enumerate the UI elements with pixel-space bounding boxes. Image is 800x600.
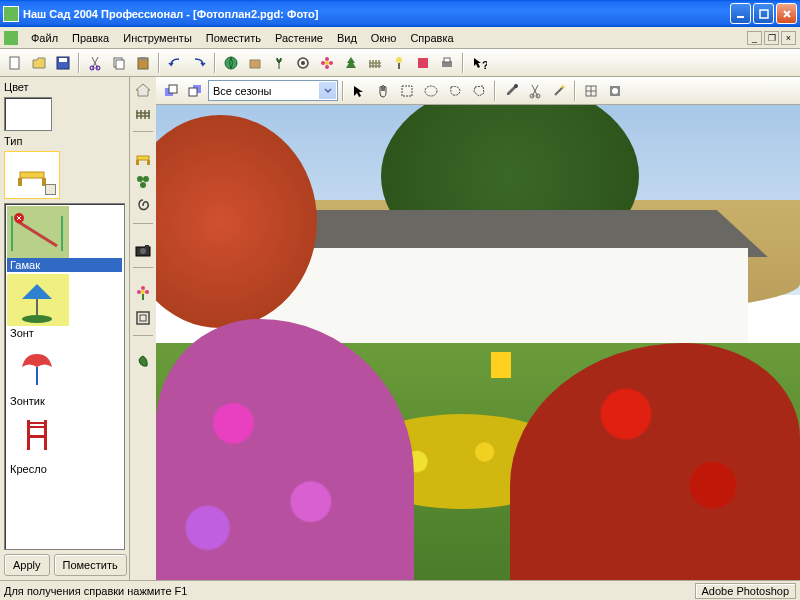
maximize-button[interactable] [753, 3, 774, 24]
camera-tool-icon[interactable] [132, 239, 154, 261]
scissors-button[interactable] [524, 80, 546, 102]
print-button[interactable] [436, 52, 458, 74]
leaf-tool-icon[interactable] [132, 351, 154, 373]
catalog-item[interactable]: Зонтик [7, 342, 122, 408]
bench-tool-icon[interactable] [132, 147, 154, 169]
lasso-button[interactable] [444, 80, 466, 102]
svg-point-54 [137, 290, 141, 294]
catalog-item[interactable]: Кресло [7, 410, 122, 476]
open-button[interactable] [28, 52, 50, 74]
menu-view[interactable]: Вид [330, 30, 364, 46]
svg-rect-55 [142, 294, 144, 300]
catalog-item-label: Кресло [7, 462, 122, 476]
app-icon [3, 6, 19, 22]
grid-button[interactable] [580, 80, 602, 102]
fence-tool-icon[interactable] [132, 103, 154, 125]
minimize-button[interactable] [730, 3, 751, 24]
mdi-minimize-button[interactable]: _ [747, 31, 762, 45]
mask-button[interactable] [604, 80, 626, 102]
lamp-button[interactable] [388, 52, 410, 74]
catalog-list[interactable]: Гамак Зонт Зонтик Кресло [4, 203, 125, 550]
cut-button[interactable] [84, 52, 106, 74]
menu-help[interactable]: Справка [403, 30, 460, 46]
place-button[interactable]: Поместить [54, 554, 127, 576]
svg-rect-10 [140, 57, 146, 60]
svg-rect-57 [140, 315, 146, 321]
ellipse-select-button[interactable] [420, 80, 442, 102]
status-bar: Для получения справки нажмите F1 Adobe P… [0, 580, 800, 600]
left-panel: Цвет Тип Гамак Зонт Зонтик Кресло [0, 77, 130, 580]
mdi-restore-button[interactable]: ❐ [764, 31, 779, 45]
place-tool-button[interactable] [244, 52, 266, 74]
spiral-tool-icon[interactable] [132, 195, 154, 217]
catalog-item-label: Зонт [7, 326, 122, 340]
svg-point-18 [325, 65, 329, 69]
svg-point-69 [612, 88, 618, 94]
svg-rect-0 [737, 16, 744, 18]
season-dropdown[interactable]: Все сезоны [208, 80, 338, 101]
svg-rect-26 [20, 172, 44, 178]
cluster-tool-icon[interactable] [132, 171, 154, 193]
poly-lasso-button[interactable] [468, 80, 490, 102]
menu-file[interactable]: Файл [24, 30, 65, 46]
mdi-doc-icon[interactable] [4, 31, 18, 45]
window-title: Наш Сад 2004 Профессионал - [Фотоплан2.p… [23, 8, 318, 20]
save-button[interactable] [52, 52, 74, 74]
arrow-tool-button[interactable] [348, 80, 370, 102]
pointer-help-button[interactable]: ? [468, 52, 490, 74]
flower-button[interactable] [316, 52, 338, 74]
type-selector[interactable] [4, 151, 60, 199]
svg-point-11 [225, 57, 237, 69]
svg-point-63 [425, 86, 437, 96]
svg-rect-40 [27, 422, 47, 424]
house-tool-icon[interactable] [132, 79, 154, 101]
paste-button[interactable] [132, 52, 154, 74]
small-umbrella-icon [7, 342, 69, 394]
menu-edit[interactable]: Правка [65, 30, 116, 46]
svg-point-47 [140, 182, 146, 188]
svg-rect-2 [10, 57, 19, 69]
svg-rect-59 [169, 85, 177, 93]
mdi-close-button[interactable]: × [781, 31, 796, 45]
color-picker[interactable] [4, 97, 52, 131]
bring-front-button[interactable] [160, 80, 182, 102]
svg-rect-50 [145, 245, 149, 248]
canvas-viewport[interactable] [156, 105, 800, 580]
settings-button[interactable] [292, 52, 314, 74]
menu-place[interactable]: Поместить [199, 30, 268, 46]
menu-tools[interactable]: Инструменты [116, 30, 199, 46]
svg-rect-44 [147, 160, 150, 165]
magic-wand-button[interactable] [548, 80, 570, 102]
flower-tool-icon[interactable] [132, 283, 154, 305]
svg-point-33 [22, 315, 52, 323]
tree-button[interactable] [340, 52, 362, 74]
menu-window[interactable]: Окно [364, 30, 404, 46]
copy-button[interactable] [108, 52, 130, 74]
svg-rect-62 [402, 86, 412, 96]
apply-button[interactable]: Apply [4, 554, 50, 576]
catalog-item-label: Гамак [7, 258, 122, 272]
plant-tool-button[interactable] [268, 52, 290, 74]
svg-rect-1 [760, 10, 768, 18]
fence-button[interactable] [364, 52, 386, 74]
hand-tool-button[interactable] [372, 80, 394, 102]
svg-point-15 [325, 61, 329, 65]
eyedropper-button[interactable] [500, 80, 522, 102]
svg-rect-8 [116, 60, 124, 69]
catalog-item[interactable]: Зонт [7, 274, 122, 340]
frame-tool-icon[interactable] [132, 307, 154, 329]
svg-point-16 [325, 57, 329, 61]
svg-point-49 [140, 248, 146, 254]
rect-select-button[interactable] [396, 80, 418, 102]
send-back-button[interactable] [184, 80, 206, 102]
svg-point-64 [514, 84, 518, 88]
redo-button[interactable] [188, 52, 210, 74]
svg-point-53 [145, 290, 149, 294]
globe-button[interactable] [220, 52, 242, 74]
color-tool-button[interactable] [412, 52, 434, 74]
close-button[interactable] [776, 3, 797, 24]
catalog-item[interactable]: Гамак [7, 206, 122, 272]
undo-button[interactable] [164, 52, 186, 74]
menu-plant[interactable]: Растение [268, 30, 330, 46]
new-button[interactable] [4, 52, 26, 74]
